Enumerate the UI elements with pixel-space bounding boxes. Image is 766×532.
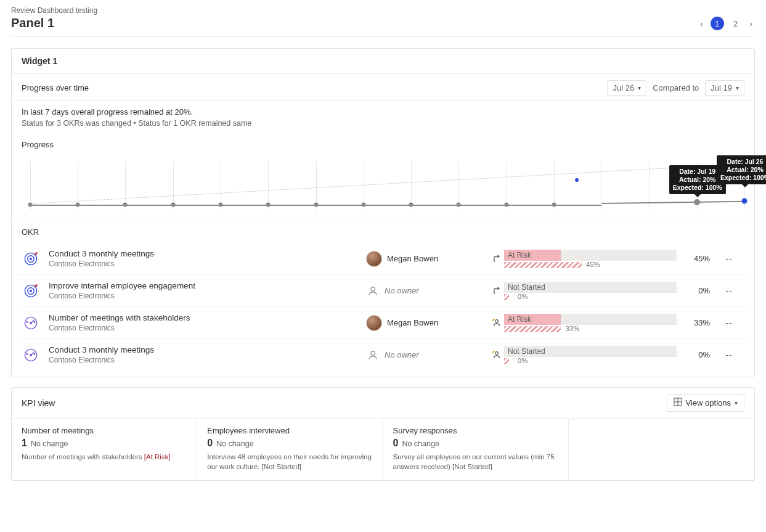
chevron-left-icon[interactable]: ‹: [698, 19, 705, 28]
okr-row[interactable]: Improve internal employee engagementCont…: [18, 274, 748, 306]
svg-point-17: [495, 351, 499, 354]
owner-name: Megan Bowen: [387, 254, 438, 263]
okr-org: Contoso Electronics: [49, 324, 356, 332]
kpi-cell-empty: [569, 419, 754, 480]
kpi-value: 0: [393, 438, 399, 449]
date-dropdown-compare[interactable]: Jul 19 ▾: [705, 80, 744, 96]
user-empty-icon: [366, 284, 380, 298]
okr-row[interactable]: Number of meetings with stakeholdersCont…: [18, 306, 748, 338]
svg-point-10: [34, 321, 35, 322]
page-number-1[interactable]: 1: [711, 17, 724, 30]
status-label: At Risk: [504, 251, 531, 260]
trend-indicator: --: [714, 350, 744, 360]
kpi-status-tag: [At Risk]: [144, 453, 171, 460]
progress-percent: 33%: [677, 318, 714, 327]
progress-stripes: 0%: [504, 294, 509, 300]
okr-owner[interactable]: No owner: [366, 348, 489, 362]
kpi-label: Survey responses: [393, 426, 558, 435]
progress-chart: Date: Jul 19 Actual: 20% Expected: 100% …: [30, 155, 744, 217]
progress-stripe-pct: 45%: [586, 261, 600, 268]
svg-point-6: [371, 287, 375, 290]
page-header: Review Dashboard testing Panel 1 ‹ 1 2 ›: [11, 6, 755, 37]
okr-texts: Improve internal employee engagementCont…: [49, 281, 366, 300]
kpi-description: Interview 48 employees on their needs fo…: [207, 452, 372, 472]
svg-point-15: [34, 353, 35, 354]
kpi-change: No change: [402, 440, 439, 448]
progress-bar: At Risk: [504, 250, 677, 261]
kpi-cell[interactable]: Employees interviewed0No changeInterview…: [197, 419, 383, 480]
okr-title: Number of meetings with stakeholders: [49, 313, 356, 322]
chart-tooltip-jul26: Date: Jul 26 Actual: 20% Expected: 100%: [717, 155, 766, 184]
widget-title: Widget 1: [12, 49, 754, 74]
svg-point-14: [26, 353, 28, 354]
progress-stripes: 45%: [504, 262, 582, 268]
progress-stripes: 33%: [504, 326, 561, 332]
kpi-cell[interactable]: Number of meetings1No changeNumber of me…: [12, 419, 197, 480]
svg-point-9: [26, 321, 28, 322]
user-empty-icon: [366, 348, 380, 362]
svg-point-11: [495, 319, 499, 322]
owner-name: No owner: [385, 286, 419, 295]
view-options-dropdown[interactable]: View options ▾: [667, 394, 744, 412]
page-title: Panel 1: [11, 16, 97, 30]
progress-percent: 0%: [677, 350, 714, 359]
breadcrumb[interactable]: Review Dashboard testing: [11, 6, 97, 15]
progress-cell: At Risk33%: [504, 314, 677, 332]
person-spark-icon: [489, 318, 504, 328]
progress-section-header: Progress over time Jul 26 ▾ Compared to …: [12, 74, 754, 101]
kpi-label: Number of meetings: [22, 426, 187, 435]
chevron-right-icon[interactable]: ›: [748, 19, 755, 28]
pager: ‹ 1 2 ›: [698, 17, 755, 30]
trend-indicator: --: [714, 286, 744, 296]
progress-stripes: 0%: [504, 358, 509, 364]
okr-owner[interactable]: Megan Bowen: [366, 315, 489, 331]
grid-icon: [674, 398, 682, 408]
okr-list: Conduct 3 monthly meetingsContoso Electr…: [12, 243, 754, 377]
okr-owner[interactable]: No owner: [366, 284, 489, 298]
svg-point-13: [30, 354, 32, 356]
date-dropdown-current[interactable]: Jul 26 ▾: [607, 80, 646, 96]
kpi-change: No change: [31, 440, 68, 448]
progress-cell: Not Started0%: [504, 346, 677, 364]
okr-row[interactable]: Conduct 3 monthly meetingsContoso Electr…: [18, 338, 748, 370]
kpi-description: Number of meetings with stakeholders [At…: [22, 452, 187, 462]
okr-texts: Conduct 3 monthly meetingsContoso Electr…: [49, 345, 366, 364]
okr-section-title: OKR: [12, 221, 754, 243]
gauge-icon: [22, 346, 40, 364]
kpi-title: KPI view: [22, 398, 55, 408]
status-label: At Risk: [504, 315, 531, 324]
okr-owner[interactable]: Megan Bowen: [366, 251, 489, 267]
kpi-change: No change: [216, 440, 253, 448]
progress-bar: Not Started: [504, 282, 677, 293]
owner-name: Megan Bowen: [387, 318, 438, 327]
kpi-cell[interactable]: Survey responses0No changeSurvey all emp…: [383, 419, 569, 480]
progress-stripe-pct: 0%: [518, 357, 528, 364]
avatar: [366, 315, 382, 331]
progress-section-title: Progress over time: [22, 83, 89, 92]
kpi-card: KPI view View options ▾ Number of meetin…: [11, 387, 755, 481]
owner-name: No owner: [385, 350, 419, 359]
kpi-status-tag: [Not Started]: [261, 463, 301, 470]
date-dropdown-compare-label: Jul 19: [711, 83, 732, 92]
progress-cell: Not Started0%: [504, 282, 677, 300]
status-label: Not Started: [504, 347, 545, 356]
kpi-label: Employees interviewed: [207, 426, 372, 435]
progress-percent: 45%: [677, 254, 714, 263]
okr-title: Conduct 3 monthly meetings: [49, 249, 356, 258]
progress-bar: At Risk: [504, 314, 677, 325]
kpi-grid: Number of meetings1No changeNumber of me…: [12, 418, 754, 480]
date-dropdown-current-label: Jul 26: [613, 83, 634, 92]
okr-row[interactable]: Conduct 3 monthly meetingsContoso Electr…: [18, 243, 748, 274]
kpi-value: 1: [22, 438, 27, 449]
okr-org: Contoso Electronics: [49, 292, 356, 300]
kpi-value: 0: [207, 438, 213, 449]
chevron-down-icon: ▾: [735, 399, 738, 406]
progress-bar: Not Started: [504, 346, 677, 357]
chart-marker: [575, 178, 579, 182]
progress-summary: In last 7 days overall progress remained…: [22, 107, 744, 117]
okr-texts: Number of meetings with stakeholdersCont…: [49, 313, 366, 332]
status-label: Not Started: [504, 283, 545, 292]
okr-title: Improve internal employee engagement: [49, 281, 356, 290]
svg-point-16: [371, 351, 375, 354]
page-number-2[interactable]: 2: [729, 17, 743, 30]
